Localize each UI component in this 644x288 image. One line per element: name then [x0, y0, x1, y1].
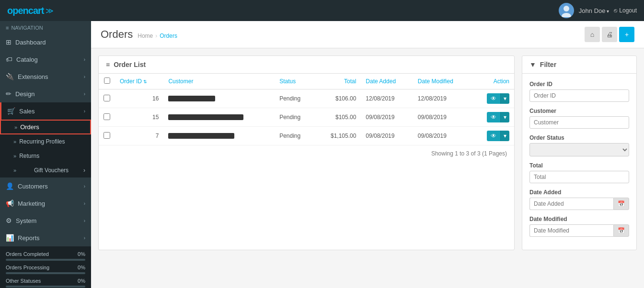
- print-button[interactable]: 🖨: [602, 27, 617, 42]
- breadcrumb-home[interactable]: Home: [138, 33, 153, 39]
- view-button[interactable]: 👁: [487, 131, 500, 141]
- submenu-item-recurring[interactable]: Recurring Profiles: [0, 134, 91, 149]
- customer-cell: ████████████████: [163, 108, 275, 127]
- sidebar-item-catalog[interactable]: 🏷 Catalog ›: [0, 51, 91, 68]
- submenu-item-returns[interactable]: Returns: [0, 149, 91, 163]
- svg-point-1: [562, 13, 571, 17]
- hamburger-icon: ≡: [6, 25, 9, 31]
- select-all-checkbox[interactable]: [104, 78, 110, 84]
- dropdown-button[interactable]: ▾: [500, 112, 509, 122]
- page-actions: ⌂ 🖨 +: [585, 27, 634, 42]
- sidebar-item-extensions[interactable]: 🔌 Extensions ›: [0, 68, 91, 85]
- eye-icon: 👁: [491, 133, 496, 139]
- row-checkbox[interactable]: [104, 95, 110, 101]
- orders-completed-row: Orders Completed 0%: [6, 251, 85, 257]
- submenu-item-orders[interactable]: » Orders: [0, 120, 91, 134]
- total-header[interactable]: Total: [315, 74, 361, 89]
- main-content: Orders Home › Orders ⌂ 🖨 +: [91, 21, 644, 288]
- content-area: ≡ Order List Order ID ⇅: [91, 48, 644, 257]
- filter-date-added-input[interactable]: [529, 198, 613, 210]
- sort-icon: ⇅: [143, 79, 147, 84]
- select-all-header[interactable]: [99, 74, 115, 89]
- filter-customer-input[interactable]: [529, 116, 629, 129]
- order-tbody: 16 ██████████ Pending $106.00 12/08/2019…: [99, 89, 514, 145]
- order-id-cell: 16: [115, 89, 163, 108]
- sidebar-item-dashboard[interactable]: ⊞ Dashboard: [0, 33, 91, 51]
- chevron-right-icon: ›: [84, 57, 85, 62]
- date-added-header[interactable]: Date Added: [361, 74, 413, 89]
- filter-total-label: Total: [529, 162, 629, 169]
- logout-button[interactable]: ⎋ Logout: [614, 7, 637, 14]
- order-panel: ≡ Order List Order ID ⇅: [98, 55, 515, 250]
- orders-processing-bar: [6, 272, 85, 274]
- sidebar-item-reports[interactable]: 📊 Reports ›: [0, 229, 91, 246]
- date-added-calendar-button[interactable]: 📅: [613, 198, 629, 210]
- list-icon: ≡: [106, 61, 110, 68]
- filter-order-id-group: Order ID: [529, 81, 629, 102]
- home-button[interactable]: ⌂: [585, 27, 600, 42]
- filter-heading: ▼ Filter: [522, 56, 636, 74]
- total-cell: $106.00: [315, 89, 361, 108]
- date-modified-wrapper: 📅: [529, 224, 629, 237]
- sidebar-item-customers[interactable]: 👤 Customers ›: [0, 177, 91, 195]
- order-id-cell: 7: [115, 127, 163, 145]
- dashboard-icon: ⊞: [6, 38, 12, 46]
- customer-name: ██████████: [168, 96, 215, 101]
- sidebar-item-design[interactable]: ✏ Design ›: [0, 85, 91, 102]
- date-modified-header[interactable]: Date Modified: [413, 74, 472, 89]
- view-button[interactable]: 👁: [487, 112, 500, 122]
- action-btn-group: 👁 ▾: [477, 93, 509, 104]
- page-title-area: Orders Home › Orders: [101, 28, 177, 41]
- calendar-icon: 📅: [618, 200, 625, 207]
- chevron-right-icon: ›: [83, 167, 85, 174]
- status-header[interactable]: Status: [275, 74, 315, 89]
- date-modified-cell: 12/08/2019: [413, 89, 472, 108]
- filter-total-input[interactable]: [529, 171, 629, 183]
- filter-order-id-input[interactable]: [529, 89, 629, 102]
- view-button[interactable]: 👁: [487, 93, 500, 104]
- nav-header: ≡ NAVIGATION: [0, 21, 91, 33]
- order-id-cell: 15: [115, 108, 163, 127]
- sidebar-item-marketing[interactable]: 📢 Marketing ›: [0, 195, 91, 212]
- row-checkbox[interactable]: [104, 132, 110, 139]
- showing-text: Showing 1 to 3 of 3 (1 Pages): [99, 145, 514, 162]
- eye-icon: 👁: [491, 95, 496, 102]
- user-name[interactable]: John Doe: [579, 7, 609, 14]
- date-modified-calendar-button[interactable]: 📅: [613, 224, 629, 237]
- row-checkbox[interactable]: [104, 113, 110, 120]
- filter-customer-label: Customer: [529, 108, 629, 114]
- filter-body: Order ID Customer Order Status: [522, 74, 636, 250]
- sidebar-item-system[interactable]: ⚙ System ›: [0, 212, 91, 229]
- chevron-right-icon: ›: [84, 91, 85, 97]
- customer-header[interactable]: Customer: [163, 74, 275, 89]
- dropdown-button[interactable]: ▾: [500, 131, 509, 141]
- filter-date-modified-input[interactable]: [529, 224, 613, 237]
- reports-icon: 📊: [6, 234, 14, 242]
- row-checkbox-cell: [99, 89, 115, 108]
- top-right: John Doe ⎋ Logout: [559, 3, 637, 18]
- dropdown-icon: ▾: [504, 95, 506, 102]
- sidebar: ≡ NAVIGATION ⊞ Dashboard 🏷 Catalog › 🔌 E…: [0, 21, 91, 288]
- home-icon: ⌂: [590, 31, 594, 38]
- customer-name: ██████████████: [168, 133, 234, 139]
- catalog-icon: 🏷: [6, 55, 12, 63]
- other-statuses-row: Other Statuses 0%: [6, 278, 85, 284]
- filter-date-added-label: Date Added: [529, 189, 629, 196]
- dropdown-icon: ▾: [504, 114, 506, 121]
- dropdown-button[interactable]: ▾: [500, 93, 509, 104]
- filter-order-status-select[interactable]: [529, 143, 629, 156]
- filter-customer-group: Customer: [529, 108, 629, 129]
- orders-table: Order ID ⇅ Customer Status: [99, 74, 514, 145]
- sidebar-item-sales[interactable]: 🛒 Sales ›: [0, 102, 91, 120]
- design-icon: ✏: [6, 90, 12, 98]
- order-id-header[interactable]: Order ID ⇅: [115, 74, 163, 89]
- customer-cell: ██████████████: [163, 127, 275, 145]
- add-button[interactable]: +: [619, 27, 634, 42]
- submenu-item-gift-vouchers[interactable]: Gift Vouchers ›: [0, 163, 91, 177]
- chevron-right-icon: ›: [84, 218, 85, 223]
- action-cell: 👁 ▾: [472, 89, 514, 108]
- logo: opencart ≫: [7, 5, 54, 16]
- main-layout: ≡ NAVIGATION ⊞ Dashboard 🏷 Catalog › 🔌 E…: [0, 21, 644, 288]
- sidebar-status: Orders Completed 0% Orders Processing 0%…: [0, 246, 91, 288]
- table-header: Order ID ⇅ Customer Status: [99, 74, 514, 89]
